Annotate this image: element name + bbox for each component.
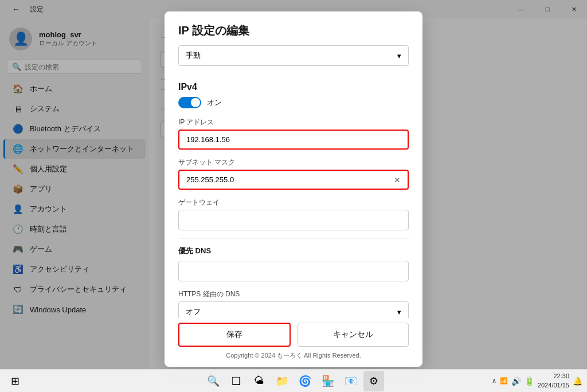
ipv4-toggle[interactable] [178,97,201,108]
dns-input[interactable] [178,261,409,281]
subnet-mask-field[interactable] [186,171,392,189]
modal-overlay: IP 設定の編集 手動 ▾ IPv4 オン IP アドレス 192.168.1.… [0,0,587,369]
https-chevron-icon: ▾ [397,308,401,316]
dns-group [178,261,409,281]
time-display: 22:30 [538,372,569,381]
edge-button[interactable]: 🌀 [295,371,315,391]
dialog-header: IP 設定の編集 手動 ▾ [165,11,422,82]
date-display: 2024/01/15 [538,381,569,390]
battery-icon: 🔋 [525,377,534,386]
https-dns-value: オフ [186,307,201,317]
volume-icon[interactable]: 🔊 [511,377,521,386]
gateway-label: ゲートウェイ [178,198,409,207]
ip-settings-dialog: IP 設定の編集 手動 ▾ IPv4 オン IP アドレス 192.168.1.… [165,11,422,367]
subnet-mask-input[interactable]: ✕ [178,170,409,190]
mode-dropdown[interactable]: 手動 ▾ [178,45,409,66]
wifi-icon[interactable]: 📶 [500,377,508,385]
ip-address-value: 192.168.1.56 [186,135,230,144]
file-explorer-button[interactable]: 📁 [272,371,292,391]
start-button[interactable]: ⊞ [5,371,25,391]
subnet-mask-group: サブネット マスク ✕ [178,158,409,190]
store-button[interactable]: 🏪 [318,371,338,391]
https-dns-label: HTTPS 経由の DNS [178,289,409,299]
dialog-body: IPv4 オン IP アドレス 192.168.1.56 サブネット マスク ✕ [165,82,422,318]
taskbar-right: ∧ 📶 🔊 🔋 22:30 2024/01/15 🔔 [492,372,582,390]
chevron-down-icon: ▾ [397,52,401,60]
ip-address-input[interactable]: 192.168.1.56 [178,130,409,150]
taskview-button[interactable]: ❑ [226,371,246,391]
https-dns-group: HTTPS 経由の DNS オフ ▾ [178,289,409,318]
outlook-button[interactable]: 📧 [341,371,361,391]
dns-section-title: 優先 DNS [178,246,409,256]
dialog-footer: 保存 キャンセル Copyright © 2024 もーろく All Right… [165,318,422,367]
subnet-mask-label: サブネット マスク [178,158,409,167]
settings-taskbar-button[interactable]: ⚙ [363,371,384,391]
save-button[interactable]: 保存 [178,323,291,347]
search-taskbar-button[interactable]: 🔍 [203,371,224,391]
ipv4-toggle-label: オン [207,97,222,108]
clear-icon[interactable]: ✕ [392,173,403,187]
notification-icon[interactable]: 🔔 [573,377,582,386]
gateway-input[interactable] [178,210,409,230]
taskbar: ⊞ 🔍 ❑ 🌤 📁 🌀 🏪 📧 ⚙ ∧ 📶 🔊 🔋 22:30 2024/01/… [0,369,587,392]
ip-address-label: IP アドレス [178,117,409,127]
copyright-text: Copyright © 2024 もーろく All Rights Reserve… [178,351,409,360]
dialog-title: IP 設定の編集 [178,23,409,38]
cancel-button[interactable]: キャンセル [298,323,409,347]
widgets-button[interactable]: 🌤 [249,371,269,391]
https-dns-dropdown[interactable]: オフ ▾ [178,301,409,318]
clock[interactable]: 22:30 2024/01/15 [538,372,569,390]
gateway-group: ゲートウェイ [178,198,409,230]
ip-address-group: IP アドレス 192.168.1.56 [178,117,409,150]
section-divider [178,238,409,239]
dropdown-value: 手動 [186,50,201,61]
ipv4-toggle-row: オン [178,97,409,108]
ipv4-section-title: IPv4 [178,82,409,92]
system-tray-up-icon[interactable]: ∧ [492,377,496,385]
taskbar-center: 🔍 ❑ 🌤 📁 🌀 🏪 📧 ⚙ [203,371,384,391]
taskbar-left: ⊞ [5,371,25,391]
